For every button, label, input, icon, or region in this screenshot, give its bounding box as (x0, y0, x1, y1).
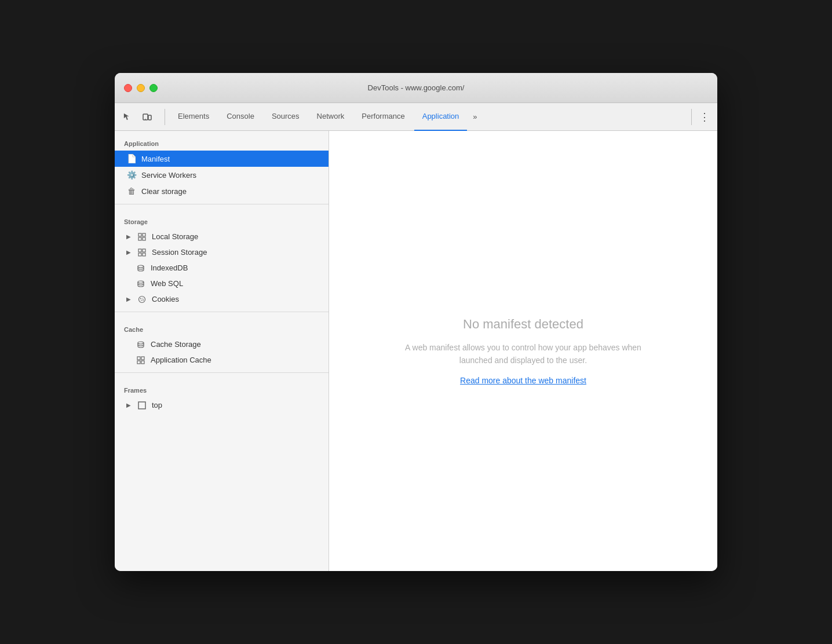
tab-elements[interactable]: Elements (170, 103, 217, 131)
separator-3 (115, 372, 329, 373)
tab-performance[interactable]: Performance (353, 103, 413, 131)
svg-point-16 (141, 299, 142, 301)
sidebar-item-application-cache[interactable]: Application Cache (115, 352, 329, 368)
tab-application[interactable]: Application (414, 103, 468, 131)
service-workers-label: Service Workers (141, 171, 196, 180)
grid-icon-appcache (136, 356, 146, 364)
device-toolbar-button[interactable] (139, 109, 155, 125)
content-area: No manifest detected A web manifest allo… (329, 131, 717, 571)
db-icon-websql (136, 280, 146, 288)
cookies-label: Cookies (152, 295, 179, 303)
devtools-window: DevTools - www.google.com/ Elements (115, 73, 717, 571)
clear-storage-label: Clear storage (141, 187, 187, 196)
separator-1 (115, 204, 329, 204)
sidebar-section-storage: Storage (115, 209, 329, 229)
sidebar-item-top[interactable]: ▶ top (115, 397, 329, 413)
sidebar-item-cache-storage[interactable]: Cache Storage (115, 336, 329, 352)
svg-rect-21 (137, 361, 140, 364)
separator-2 (115, 312, 329, 312)
cache-storage-label: Cache Storage (151, 340, 201, 349)
svg-point-11 (138, 265, 144, 268)
close-button[interactable] (124, 84, 132, 92)
cookie-icon (137, 295, 147, 303)
no-manifest-link[interactable]: Read more about the web manifest (460, 376, 586, 385)
gear-icon: ⚙️ (126, 170, 137, 180)
inspect-element-button[interactable] (119, 109, 136, 125)
no-manifest-panel: No manifest detected A web manifest allo… (402, 317, 645, 386)
sidebar-item-cookies[interactable]: ▶ Cookies (115, 291, 329, 307)
manifest-label: Manifest (141, 155, 170, 163)
svg-rect-23 (138, 402, 145, 409)
svg-point-18 (138, 342, 144, 344)
toolbar-tabs: Elements Console Sources Network Perform… (170, 103, 482, 130)
svg-rect-1 (148, 115, 151, 120)
sidebar-section-frames: Frames (115, 378, 329, 397)
minimize-button[interactable] (137, 84, 145, 92)
svg-rect-8 (143, 249, 145, 252)
maximize-button[interactable] (149, 84, 158, 92)
no-manifest-description: A web manifest allows you to control how… (402, 341, 645, 367)
tab-sources[interactable]: Sources (264, 103, 308, 131)
svg-rect-3 (138, 233, 141, 236)
chevron-right-icon-top: ▶ (126, 402, 131, 408)
application-cache-label: Application Cache (151, 356, 211, 364)
sidebar-item-web-sql[interactable]: Web SQL (115, 276, 329, 291)
main-content: Application Manifest ⚙️ Service Workers … (115, 131, 717, 571)
sidebar-item-service-workers[interactable]: ⚙️ Service Workers (115, 167, 329, 183)
toolbar-right-divider (691, 109, 692, 125)
svg-point-14 (140, 298, 141, 299)
toolbar-right: ⋮ (687, 109, 713, 125)
svg-rect-4 (143, 233, 145, 236)
window-title: DevTools - www.google.com/ (368, 83, 465, 92)
sidebar-item-indexeddb[interactable]: IndexedDB (115, 260, 329, 276)
title-bar: DevTools - www.google.com/ (115, 73, 717, 103)
sidebar-section-application: Application (115, 131, 329, 151)
file-icon (126, 154, 137, 163)
grid-icon-local (137, 233, 147, 241)
grid-icon-session (137, 248, 147, 257)
svg-rect-6 (143, 237, 145, 240)
chevron-right-icon-session: ▶ (126, 249, 131, 255)
web-sql-label: Web SQL (151, 279, 183, 288)
toolbar-divider (165, 109, 165, 125)
tab-console[interactable]: Console (218, 103, 262, 131)
chevron-right-icon-cookies: ▶ (126, 296, 131, 302)
sidebar: Application Manifest ⚙️ Service Workers … (115, 131, 329, 571)
svg-rect-7 (138, 249, 141, 252)
db-icon-cache (136, 341, 146, 349)
svg-point-12 (138, 281, 144, 283)
svg-point-13 (139, 296, 145, 302)
svg-rect-5 (138, 237, 141, 240)
more-tabs-button[interactable]: » (468, 112, 481, 121)
sidebar-item-clear-storage[interactable]: 🗑 Clear storage (115, 183, 329, 199)
traffic-lights (124, 84, 158, 92)
svg-point-17 (143, 299, 144, 301)
local-storage-label: Local Storage (152, 232, 198, 241)
tab-network[interactable]: Network (309, 103, 353, 131)
chevron-right-icon: ▶ (126, 233, 131, 240)
sidebar-item-local-storage[interactable]: ▶ Local Storage (115, 229, 329, 244)
svg-rect-19 (137, 357, 140, 360)
session-storage-label: Session Storage (152, 248, 207, 257)
svg-point-15 (143, 298, 143, 298)
svg-rect-10 (143, 253, 145, 256)
indexeddb-label: IndexedDB (151, 264, 188, 272)
db-icon-indexeddb (136, 264, 146, 272)
toolbar-icon-group (119, 109, 155, 125)
sidebar-section-cache: Cache (115, 317, 329, 336)
trash-icon: 🗑 (126, 186, 137, 196)
toolbar: Elements Console Sources Network Perform… (115, 103, 717, 131)
svg-rect-20 (141, 357, 144, 360)
frame-icon (137, 401, 147, 409)
sidebar-item-manifest[interactable]: Manifest (115, 151, 329, 167)
kebab-menu-button[interactable]: ⋮ (696, 109, 713, 125)
svg-rect-9 (138, 253, 141, 256)
no-manifest-title: No manifest detected (463, 317, 583, 332)
sidebar-item-session-storage[interactable]: ▶ Session Storage (115, 244, 329, 260)
svg-rect-22 (141, 361, 144, 364)
top-label: top (152, 401, 162, 409)
